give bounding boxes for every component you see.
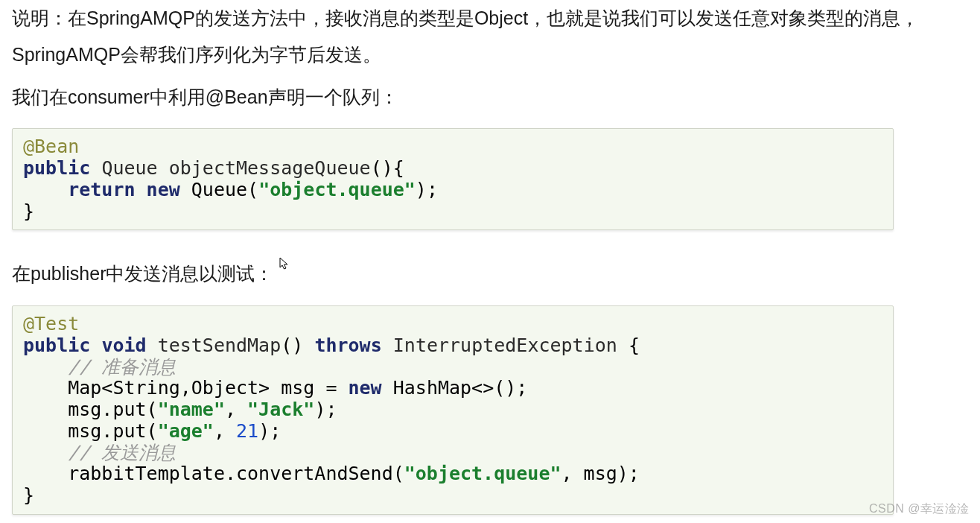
map-decl-2: HashMap<>(); — [382, 377, 528, 399]
type-interruptedexception: InterruptedException — [393, 335, 617, 356]
brace-close: } — [23, 200, 34, 222]
put2-close: ); — [258, 420, 281, 442]
annotation-test: @Test — [23, 313, 79, 335]
keyword-new-2: new — [349, 377, 382, 399]
send-pre: rabbitTemplate.convertAndSend( — [68, 463, 404, 484]
keyword-new: new — [147, 179, 180, 200]
comma-1: , — [225, 399, 247, 420]
string-object-queue: "object.queue" — [258, 179, 416, 200]
keyword-return: return — [68, 179, 135, 200]
brace-open: { — [393, 157, 404, 179]
comment-prepare: // 准备消息 — [68, 356, 176, 378]
string-jack: "Jack" — [247, 399, 314, 420]
paragraph-consumer: 我们在consumer中利用@Bean声明一个队列： — [12, 79, 968, 115]
annotation-bean: @Bean — [23, 136, 79, 157]
paren-close-semi: ); — [416, 179, 438, 200]
comment-send: // 发送消息 — [68, 442, 176, 463]
comma-2: , — [214, 420, 236, 442]
string-age: "age" — [158, 420, 214, 442]
watermark-text: CSDN @幸运淦淦 — [869, 501, 970, 517]
ctor-queue: Queue — [191, 179, 247, 200]
paragraph-publisher: 在publisher中发送消息以测试： — [12, 256, 968, 292]
put1-pre: msg.put( — [68, 399, 157, 420]
paren-open: ( — [247, 179, 258, 200]
string-object-queue-2: "object.queue" — [404, 463, 561, 484]
keyword-void: void — [101, 335, 146, 356]
string-name: "name" — [158, 399, 225, 420]
parens: () — [371, 157, 393, 179]
keyword-public: public — [23, 157, 90, 179]
number-21: 21 — [236, 420, 258, 442]
put1-close: ); — [314, 399, 337, 420]
code-block-bean: @Bean public Queue objectMessageQueue(){… — [12, 128, 894, 230]
method-name: objectMessageQueue — [169, 157, 371, 179]
parens-2: () — [281, 335, 303, 356]
method-testsendmap: testSendMap — [158, 335, 281, 356]
brace-open-2: { — [629, 335, 640, 356]
put2-pre: msg.put( — [68, 420, 157, 442]
keyword-public-2: public — [23, 335, 90, 356]
type-queue: Queue — [101, 157, 157, 179]
map-decl-1: Map<String,Object> msg = — [68, 377, 348, 399]
paragraph-description: 说明：在SpringAMQP的发送方法中，接收消息的类型是Object，也就是说… — [12, 0, 968, 73]
brace-close-2: } — [23, 484, 34, 506]
keyword-throws: throws — [314, 335, 381, 356]
code-block-test: @Test public void testSendMap() throws I… — [12, 305, 894, 515]
comma-3: , msg); — [561, 463, 639, 484]
